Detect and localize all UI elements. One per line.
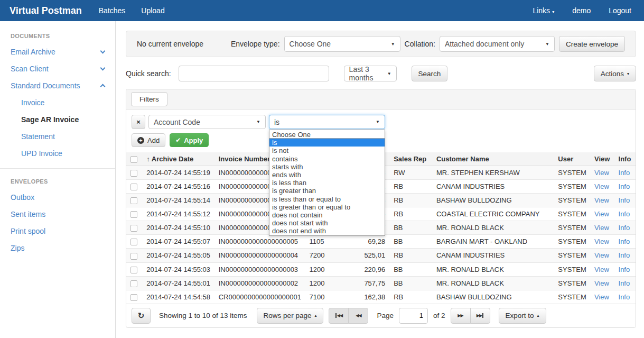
cell-archive-date: 2014-07-24 14:55:14 xyxy=(142,194,214,207)
nav-logout[interactable]: Logout xyxy=(609,6,631,15)
add-filter-button[interactable]: + Add xyxy=(132,133,165,147)
column-info: Info xyxy=(614,152,636,166)
period-select[interactable]: Last 3 months ▼ xyxy=(344,66,397,81)
operator-option[interactable]: ends with xyxy=(269,171,385,179)
quick-search-input[interactable] xyxy=(179,66,329,81)
next-page-button[interactable]: ▶▶ xyxy=(451,308,471,324)
view-link[interactable]: View xyxy=(594,210,609,218)
filter-operator-select[interactable]: is ▼ xyxy=(269,115,385,129)
row-checkbox[interactable] xyxy=(130,197,137,204)
info-link[interactable]: Info xyxy=(619,279,630,287)
envelope-type-select[interactable]: Choose One ▼ xyxy=(284,36,400,52)
cell-sales-rep: RB xyxy=(389,249,432,262)
view-link[interactable]: View xyxy=(594,182,609,190)
collation-select[interactable]: Attached document only ▼ xyxy=(440,36,555,52)
cell-invoice-number: IN0000000000000000004 xyxy=(214,249,305,262)
view-link[interactable]: View xyxy=(594,196,609,204)
filters-toggle-button[interactable]: Filters xyxy=(131,92,167,106)
apply-label: Apply xyxy=(184,136,203,144)
info-link[interactable]: Info xyxy=(619,169,630,177)
sidebar-item-zips[interactable]: Zips xyxy=(0,240,115,257)
row-checkbox[interactable] xyxy=(130,280,137,287)
last-page-button[interactable]: ▶▶ xyxy=(470,308,490,324)
info-link[interactable]: Info xyxy=(619,182,630,190)
info-link[interactable]: Info xyxy=(619,210,630,218)
operator-option[interactable]: contains xyxy=(269,155,385,163)
operator-option-selected[interactable]: is xyxy=(269,139,385,147)
nav-upload[interactable]: Upload xyxy=(141,6,164,15)
refresh-button[interactable]: ↻ xyxy=(132,308,151,324)
column-archive-date[interactable]: ↑Archive Date xyxy=(142,152,214,166)
column-sales-rep[interactable]: Sales Rep xyxy=(389,152,432,166)
nav-links-dropdown[interactable]: Links▾ xyxy=(533,6,554,15)
operator-option[interactable]: starts with xyxy=(269,163,385,171)
filter-field-select[interactable]: Account Code ▼ xyxy=(148,115,266,129)
rows-per-page-button[interactable]: Rows per page ▴ xyxy=(257,308,324,324)
sidebar-item-print-spool[interactable]: Print spool xyxy=(0,223,115,240)
sidebar-item-scan-client[interactable]: Scan Client xyxy=(0,60,115,77)
row-checkbox[interactable] xyxy=(130,239,137,245)
sidebar-item-outbox[interactable]: Outbox xyxy=(0,189,115,206)
row-checkbox[interactable] xyxy=(130,267,137,273)
row-checkbox[interactable] xyxy=(130,253,137,260)
operator-option[interactable]: does not end with xyxy=(269,227,385,235)
nav-batches[interactable]: Batches xyxy=(99,6,126,15)
operator-option[interactable]: is greater than xyxy=(269,187,385,195)
operator-option[interactable]: is less than xyxy=(269,179,385,187)
info-link[interactable]: Info xyxy=(619,224,630,232)
view-link[interactable]: View xyxy=(594,266,609,273)
row-checkbox[interactable] xyxy=(130,225,137,232)
info-link[interactable]: Info xyxy=(619,196,630,204)
column-view: View xyxy=(590,152,614,166)
cell-user: SYSTEM xyxy=(554,249,590,262)
sidebar-item-invoice[interactable]: Invoice xyxy=(0,94,115,111)
view-link[interactable]: View xyxy=(594,224,609,232)
column-user[interactable]: User xyxy=(554,152,590,166)
info-link[interactable]: Info xyxy=(619,293,630,301)
cell-customer-name: BASHAW BULLDOZING xyxy=(432,194,554,207)
operator-option[interactable]: is greater than or equal to xyxy=(269,203,385,211)
first-page-button[interactable]: ◀◀ xyxy=(329,308,349,324)
actions-button[interactable]: Actions ▾ xyxy=(594,66,636,81)
info-link[interactable]: Info xyxy=(619,266,630,273)
cell-total: 525,01 xyxy=(348,249,389,262)
search-button[interactable]: Search xyxy=(412,66,448,81)
sidebar-item-email-archive[interactable]: Email Archive xyxy=(0,43,115,60)
info-link[interactable]: Info xyxy=(619,251,630,259)
column-customer-name[interactable]: Customer Name xyxy=(432,152,554,166)
cell-account-code: 1200 xyxy=(305,262,348,276)
sidebar-item-sage-ar-invoice[interactable]: Sage AR Invoice xyxy=(0,111,115,128)
apply-filter-button[interactable]: ✔ Apply xyxy=(170,133,209,147)
cell-archive-date: 2014-07-24 14:54:58 xyxy=(142,290,214,304)
cell-user: SYSTEM xyxy=(554,207,590,221)
view-link[interactable]: View xyxy=(594,279,609,287)
row-checkbox[interactable] xyxy=(130,211,137,218)
page-number-input[interactable] xyxy=(399,308,428,324)
row-checkbox[interactable] xyxy=(130,294,137,301)
sidebar-item-statement[interactable]: Statement xyxy=(0,128,115,145)
envelope-bar: No current envelope Envelope type: Choos… xyxy=(126,31,636,57)
sidebar-item-upd-invoice[interactable]: UPD Invoice xyxy=(0,145,115,162)
export-button[interactable]: Export to ▴ xyxy=(499,308,546,324)
remove-filter-button[interactable]: × xyxy=(132,115,145,129)
sidebar-item-sent-items[interactable]: Sent items xyxy=(0,206,115,223)
view-link[interactable]: View xyxy=(594,293,609,301)
view-link[interactable]: View xyxy=(594,169,609,177)
prev-page-button[interactable]: ◀◀ xyxy=(348,308,368,324)
nav-links-label: Links xyxy=(533,6,550,15)
nav-user[interactable]: demo xyxy=(572,6,591,15)
operator-option[interactable]: does not start with xyxy=(269,219,385,227)
operator-option[interactable]: is not xyxy=(269,147,385,154)
operator-option[interactable]: Choose One xyxy=(269,131,385,139)
row-checkbox[interactable] xyxy=(130,184,137,190)
filter-row: × Account Code ▼ is ▼ Choose One is xyxy=(132,115,630,129)
info-link[interactable]: Info xyxy=(619,237,630,245)
select-all-checkbox[interactable] xyxy=(130,156,137,163)
operator-option[interactable]: is less than or equal to xyxy=(269,195,385,203)
row-checkbox[interactable] xyxy=(130,170,137,177)
operator-option[interactable]: does not contain xyxy=(269,211,385,219)
view-link[interactable]: View xyxy=(594,251,609,259)
sidebar-item-standard-documents[interactable]: Standard Documents xyxy=(0,77,115,94)
view-link[interactable]: View xyxy=(594,237,609,245)
create-envelope-button[interactable]: Create envelope xyxy=(559,36,625,52)
